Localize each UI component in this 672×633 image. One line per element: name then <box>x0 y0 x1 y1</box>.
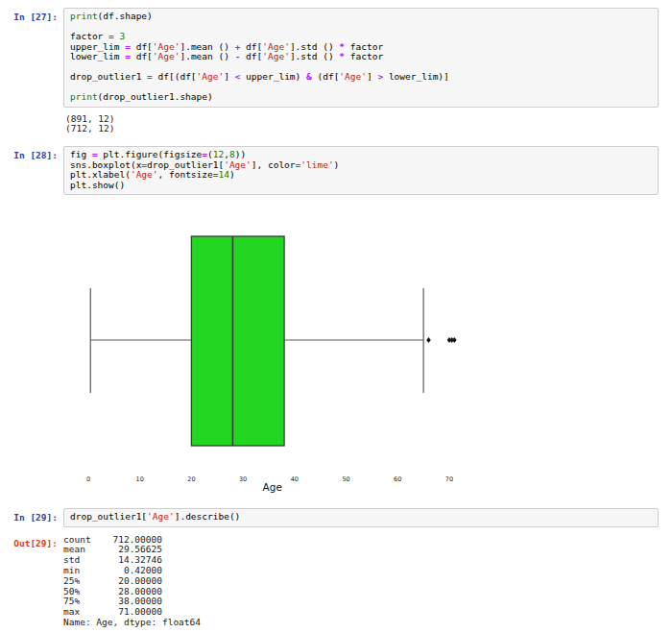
x-tick-label: 20 <box>187 475 195 483</box>
code-editor-28[interactable]: fig = plt.figure(figsize=(12,8))sns.boxp… <box>63 146 659 195</box>
code-line: print(df.shape) <box>70 12 652 22</box>
output-prompt-29: Out[29]: <box>0 534 58 548</box>
x-tick-label: 0 <box>86 475 90 483</box>
code-editor-27[interactable]: print(df.shape) factor = 3upper_lim = df… <box>63 8 659 108</box>
code-line: print(drop_outlier1.shape) <box>70 92 652 103</box>
x-tick-label: 70 <box>445 475 453 483</box>
output-cell-29: Out[29]: count 712.00000 mean 29.56625 s… <box>0 534 672 628</box>
code-cell-29: In [29]: drop_outlier1['Age'].describe() <box>0 508 672 527</box>
outlier-point <box>426 337 431 343</box>
output-area-29: count 712.00000 mean 29.56625 std 14.327… <box>63 534 201 628</box>
code-line: plt.show() <box>70 181 652 191</box>
code-line <box>70 22 652 33</box>
figure-output-28: 010203040506070Age <box>0 208 672 497</box>
code-line: plt.xlabel('Age', fontsize=14) <box>70 170 652 181</box>
code-cell-27: In [27]: print(df.shape) factor = 3upper… <box>0 8 672 108</box>
x-tick-label: 40 <box>291 475 299 483</box>
code-line: drop_outlier1['Age'].describe() <box>70 512 652 523</box>
boxplot-figure: 010203040506070Age <box>0 208 672 497</box>
input-prompt-29: In [29]: <box>0 508 58 523</box>
x-tick-label: 60 <box>394 475 401 483</box>
x-tick-label: 50 <box>342 475 349 483</box>
output-area-27: (891, 12) (712, 12) <box>65 114 672 135</box>
x-tick-label: 30 <box>239 475 247 483</box>
code-line: drop_outlier1 = df[(df['Age'] < upper_li… <box>70 72 652 83</box>
input-prompt-28: In [28]: <box>0 146 58 160</box>
code-cell-28: In [28]: fig = plt.figure(figsize=(12,8)… <box>0 146 672 195</box>
x-axis-label: Age <box>263 481 282 493</box>
jupyter-notebook-page: { "notebook": { "cells": [ { "prompt": "… <box>0 0 672 633</box>
input-prompt-27: In [27]: <box>0 8 58 22</box>
code-line: lower_lim = df['Age'].mean () - df['Age'… <box>70 52 652 62</box>
outlier-point <box>452 337 457 343</box>
box-iqr <box>191 236 284 446</box>
x-tick-label: 10 <box>136 475 144 483</box>
code-editor-29[interactable]: drop_outlier1['Age'].describe() <box>63 508 659 527</box>
